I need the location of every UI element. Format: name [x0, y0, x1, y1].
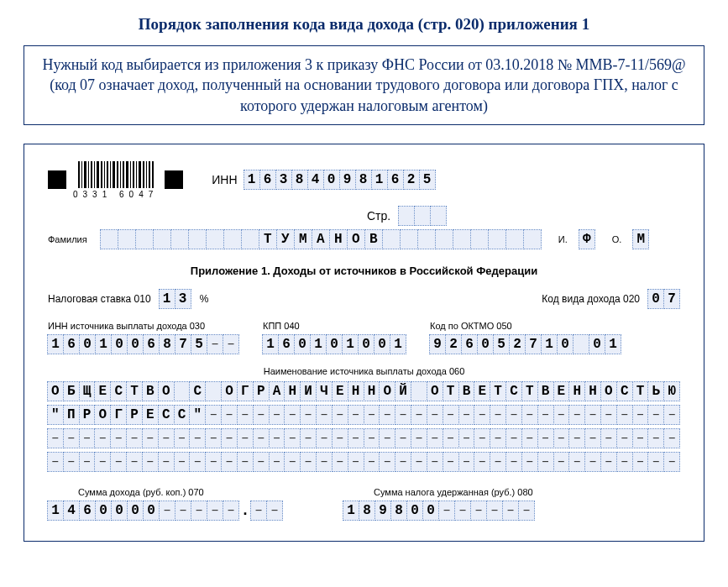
name-line1: ОБЩЕСТВО С ОГРАНИЧЕННОЙ ОТВЕТСТВЕННОСТЬЮ	[48, 381, 680, 401]
svg-rect-11	[113, 161, 115, 188]
familia-cells: ТУМАНОВ	[101, 229, 542, 249]
oktmo-label: Код по ОКТМО 050	[430, 321, 621, 331]
svg-rect-5	[94, 161, 95, 188]
svg-rect-21	[146, 161, 147, 188]
svg-rect-0	[78, 161, 80, 188]
page-title: Порядок заполнения кода вида дохода (стр…	[24, 15, 704, 34]
svg-rect-3	[88, 161, 89, 188]
marker-right	[165, 170, 183, 189]
oktmo-cells: 926052710 01	[430, 334, 621, 354]
sum-tax-cells: 189800	[343, 501, 535, 521]
svg-rect-15	[126, 161, 128, 188]
svg-rect-7	[101, 161, 102, 188]
top-row: 0331 6047 ИНН 163840981625	[48, 161, 680, 199]
svg-rect-16	[130, 161, 131, 188]
marker-left	[48, 170, 66, 189]
kpp-cells: 160101001	[263, 334, 406, 354]
income-code-label: Код вида дохода 020	[542, 293, 640, 305]
tax-rate-label: Налоговая ставка 010	[48, 293, 151, 305]
name-line3	[48, 428, 680, 448]
page-num-row: Стр.	[367, 206, 680, 226]
i-cell: Ф	[579, 229, 595, 249]
sum-income-kop	[251, 501, 283, 521]
src-name-label: Наименование источника выплаты дохода 06…	[48, 366, 680, 376]
inn-cells: 163840981625	[244, 170, 436, 190]
svg-rect-19	[139, 161, 141, 188]
inn-label: ИНН	[212, 173, 237, 186]
tax-form: 0331 6047 ИНН 163840981625 Стр. Фамилия …	[24, 144, 704, 542]
form-subtitle: Приложение 1. Доходы от источников в Рос…	[48, 265, 680, 277]
sum-income-rub: 1460000	[48, 501, 239, 521]
barcode: 0331 6047	[73, 161, 158, 199]
familia-label: Фамилия	[48, 234, 87, 244]
svg-rect-6	[97, 161, 99, 188]
tax-rate-cells: 13	[160, 289, 191, 309]
source-ids-row: ИНН источника выплаты дохода 030 1601006…	[48, 321, 680, 354]
rate-code-row: Налоговая ставка 010 13 % Код вида доход…	[48, 289, 680, 309]
sum-income-label: Сумма дохода (руб. коп.) 070	[48, 487, 283, 497]
svg-rect-22	[149, 161, 150, 188]
sums-row: Сумма дохода (руб. коп.) 070 1460000 . С…	[48, 487, 680, 521]
svg-rect-8	[104, 161, 105, 188]
barcode-number: 0331 6047	[73, 190, 158, 199]
svg-rect-20	[143, 161, 144, 188]
o-label: О.	[612, 234, 622, 244]
name-line2: "ПРОГРЕСС"	[48, 405, 680, 425]
kpp-label: КПП 040	[263, 321, 406, 331]
svg-rect-10	[110, 161, 111, 188]
svg-rect-2	[84, 161, 86, 188]
svg-rect-13	[120, 161, 121, 188]
str-cells	[399, 206, 447, 226]
income-code-cells: 07	[648, 289, 680, 309]
inn-src-label: ИНН источника выплаты дохода 030	[48, 321, 239, 331]
svg-rect-9	[107, 161, 108, 188]
o-cell: М	[633, 229, 649, 249]
svg-rect-14	[123, 161, 124, 188]
name-line4	[48, 452, 680, 472]
i-label: И.	[558, 234, 568, 244]
svg-rect-23	[152, 161, 154, 188]
svg-rect-1	[81, 161, 82, 188]
dot-separator: .	[239, 501, 251, 519]
inn-src-cells: 1601006875	[48, 334, 239, 354]
svg-rect-4	[91, 161, 92, 188]
surname-row: Фамилия ТУМАНОВ И. Ф О. М	[48, 229, 680, 249]
str-label: Стр.	[367, 209, 390, 223]
sum-tax-label: Сумма налога удержанная (руб.) 080	[343, 487, 535, 497]
svg-rect-12	[117, 161, 118, 188]
percent-label: %	[200, 293, 209, 305]
svg-rect-18	[136, 161, 137, 188]
svg-rect-17	[133, 161, 134, 188]
intro-box: Нужный код выбирается из приложения 3 к …	[24, 45, 704, 125]
